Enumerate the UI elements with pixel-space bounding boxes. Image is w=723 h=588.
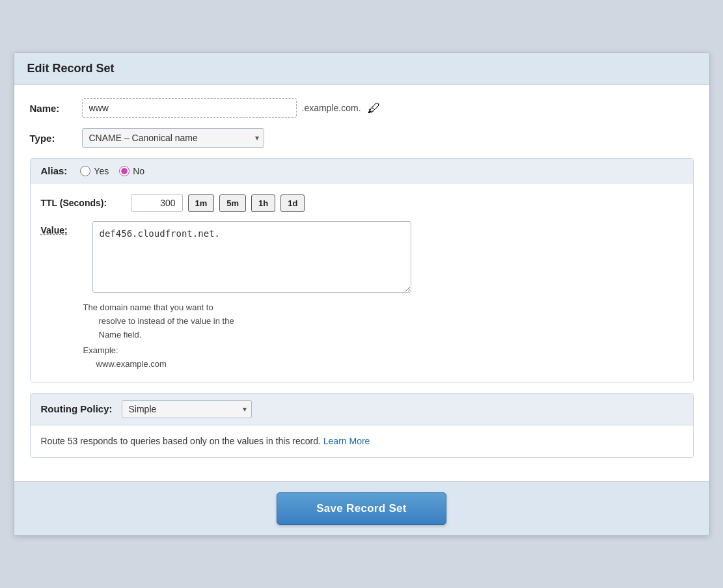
- type-label: Type:: [30, 133, 82, 144]
- ttl-5m-button[interactable]: 5m: [219, 194, 246, 212]
- routing-body: Route 53 responds to queries based only …: [31, 425, 693, 457]
- alias-no-text: No: [133, 166, 144, 176]
- value-row: Value: def456.cloudfront.net.: [41, 221, 683, 295]
- alias-section-body: TTL (Seconds): 1m 5m 1h 1d Value: def456…: [31, 183, 693, 382]
- alias-yes-text: Yes: [94, 166, 109, 176]
- pencil-icon: 🖊: [368, 101, 381, 116]
- alias-label: Alias:: [41, 165, 68, 176]
- name-input[interactable]: [82, 98, 297, 118]
- value-help-line1: The domain name that you want to resolve…: [83, 301, 683, 341]
- dialog-header: Edit Record Set: [14, 53, 709, 85]
- routing-section: Routing Policy: Simple Weighted Latency …: [30, 393, 694, 458]
- type-select-wrapper: A – IPv4 address AAAA – IPv6 address CNA…: [82, 128, 264, 148]
- name-label: Name:: [30, 103, 82, 114]
- routing-select[interactable]: Simple Weighted Latency Failover Geoloca…: [122, 400, 252, 418]
- name-suffix: .example.com.: [302, 103, 361, 113]
- value-help: The domain name that you want to resolve…: [41, 301, 683, 371]
- alias-section: Alias: Yes No TTL (Seconds):: [30, 158, 694, 382]
- routing-header: Routing Policy: Simple Weighted Latency …: [31, 394, 693, 425]
- routing-learn-more-link[interactable]: Learn More: [323, 436, 370, 446]
- type-select[interactable]: A – IPv4 address AAAA – IPv6 address CNA…: [82, 128, 264, 148]
- alias-no-label[interactable]: No: [119, 166, 144, 176]
- alias-yes-radio[interactable]: [80, 166, 90, 176]
- alias-header: Alias: Yes No: [31, 159, 693, 183]
- dialog-title: Edit Record Set: [27, 62, 696, 75]
- ttl-1m-button[interactable]: 1m: [188, 194, 215, 212]
- dialog-footer: Save Record Set: [14, 481, 709, 535]
- ttl-row: TTL (Seconds): 1m 5m 1h 1d: [41, 194, 683, 212]
- alias-radio-group: Yes No: [80, 166, 144, 176]
- ttl-1d-button[interactable]: 1d: [280, 194, 305, 212]
- value-label: Value:: [41, 221, 83, 235]
- ttl-1h-button[interactable]: 1h: [251, 194, 275, 212]
- edit-record-set-dialog: Edit Record Set Name: .example.com. 🖊 Ty…: [14, 52, 710, 536]
- routing-select-wrapper: Simple Weighted Latency Failover Geoloca…: [122, 400, 252, 418]
- type-field-row: Type: A – IPv4 address AAAA – IPv6 addre…: [30, 128, 694, 148]
- value-textarea-wrapper: def456.cloudfront.net.: [92, 221, 411, 295]
- alias-no-radio[interactable]: [119, 166, 130, 176]
- ttl-label: TTL (Seconds):: [41, 198, 126, 208]
- value-example-value: www.example.com: [83, 358, 683, 371]
- dialog-body: Name: .example.com. 🖊 Type: A – IPv4 add…: [14, 85, 709, 481]
- routing-policy-label: Routing Policy:: [41, 403, 113, 414]
- name-field-row: Name: .example.com. 🖊: [30, 98, 694, 118]
- ttl-input[interactable]: [131, 194, 183, 212]
- save-record-set-button[interactable]: Save Record Set: [277, 492, 446, 525]
- routing-description: Route 53 responds to queries based only …: [41, 436, 321, 446]
- alias-yes-label[interactable]: Yes: [80, 166, 109, 176]
- value-textarea[interactable]: def456.cloudfront.net.: [92, 221, 411, 293]
- value-example-label: Example:: [83, 344, 683, 358]
